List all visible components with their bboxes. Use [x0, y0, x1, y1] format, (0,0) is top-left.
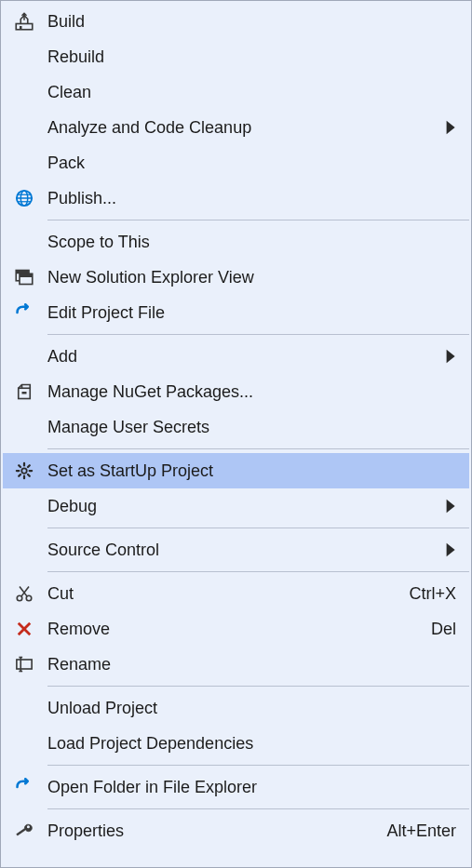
- rename-icon: [7, 655, 42, 674]
- context-menu: BuildRebuildCleanAnalyze and Code Cleanu…: [0, 0, 472, 868]
- menu-item-label: Edit Project File: [42, 303, 460, 323]
- menu-item-debug[interactable]: Debug: [3, 488, 469, 524]
- menu-item-remove[interactable]: RemoveDel: [3, 611, 469, 647]
- menu-item-shortcut: Del: [431, 620, 460, 639]
- menu-item-source-control[interactable]: Source Control: [3, 532, 469, 568]
- chevron-right-icon: [443, 118, 460, 137]
- menu-item-scope-to-this[interactable]: Scope to This: [3, 224, 469, 260]
- menu-separator: [47, 527, 469, 528]
- chevron-right-icon: [443, 347, 460, 366]
- menu-item-label: Remove: [42, 620, 431, 639]
- wrench-icon: [7, 821, 42, 840]
- menu-item-rebuild[interactable]: Rebuild: [3, 39, 469, 74]
- menu-item-label: New Solution Explorer View: [42, 268, 460, 287]
- menu-separator: [47, 686, 469, 687]
- build-icon: [7, 12, 42, 31]
- chevron-right-icon: [443, 541, 460, 559]
- menu-separator: [47, 220, 469, 220]
- menu-item-rename[interactable]: Rename: [3, 647, 469, 682]
- menu-item-open-folder-in-file-explorer[interactable]: Open Folder in File Explorer: [3, 769, 469, 805]
- menu-item-label: Set as StartUp Project: [42, 461, 460, 481]
- menu-item-label: Debug: [42, 497, 443, 516]
- menu-item-manage-user-secrets[interactable]: Manage User Secrets: [3, 409, 469, 445]
- menu-item-label: Rebuild: [42, 47, 460, 67]
- chevron-right-icon: [443, 497, 460, 515]
- menu-item-label: Unload Project: [42, 699, 460, 718]
- menu-item-label: Build: [42, 12, 460, 32]
- menu-item-label: Manage User Secrets: [42, 418, 460, 437]
- menu-item-label: Add: [42, 347, 443, 367]
- menu-separator: [47, 334, 469, 335]
- menu-item-label: Open Folder in File Explorer: [42, 778, 460, 797]
- svg-rect-20: [17, 660, 32, 669]
- svg-rect-0: [16, 24, 33, 30]
- menu-item-label: Analyze and Code Cleanup: [42, 118, 443, 138]
- edit-arrow-icon: [7, 303, 42, 322]
- menu-item-load-project-dependencies[interactable]: Load Project Dependencies: [3, 726, 469, 761]
- menu-item-clean[interactable]: Clean: [3, 74, 469, 110]
- menu-item-shortcut: Alt+Enter: [386, 821, 460, 841]
- menu-item-label: Rename: [42, 655, 460, 674]
- menu-item-label: Manage NuGet Packages...: [42, 382, 460, 402]
- remove-icon: [7, 620, 42, 638]
- menu-item-shortcut: Ctrl+X: [409, 584, 460, 604]
- svg-point-13: [21, 468, 27, 474]
- svg-rect-12: [22, 392, 27, 394]
- menu-separator: [47, 571, 469, 572]
- menu-separator: [47, 808, 469, 809]
- menu-separator: [47, 765, 469, 766]
- new-view-icon: [7, 268, 42, 287]
- menu-item-label: Load Project Dependencies: [42, 734, 460, 754]
- menu-separator: [47, 448, 469, 449]
- menu-item-label: Clean: [42, 83, 460, 102]
- menu-item-pack[interactable]: Pack: [3, 145, 469, 180]
- menu-item-build[interactable]: Build: [3, 4, 469, 39]
- menu-item-label: Pack: [42, 154, 460, 173]
- menu-item-manage-nuget-packages[interactable]: Manage NuGet Packages...: [3, 374, 469, 409]
- svg-rect-1: [20, 26, 22, 30]
- menu-item-label: Scope to This: [42, 233, 460, 252]
- svg-point-24: [27, 825, 30, 828]
- menu-item-label: Cut: [42, 584, 409, 604]
- menu-item-analyze-and-code-cleanup[interactable]: Analyze and Code Cleanup: [3, 110, 469, 145]
- cut-icon: [7, 584, 42, 603]
- menu-item-unload-project[interactable]: Unload Project: [3, 690, 469, 726]
- publish-icon: [7, 189, 42, 207]
- menu-item-publish[interactable]: Publish...: [3, 180, 469, 216]
- menu-item-new-solution-explorer-view[interactable]: New Solution Explorer View: [3, 260, 469, 295]
- menu-item-add[interactable]: Add: [3, 339, 469, 374]
- nuget-icon: [7, 382, 42, 401]
- menu-item-label: Publish...: [42, 189, 460, 208]
- open-arrow-icon: [7, 778, 42, 796]
- gear-icon: [7, 461, 42, 480]
- svg-rect-10: [20, 274, 33, 277]
- menu-item-properties[interactable]: PropertiesAlt+Enter: [3, 813, 469, 848]
- menu-item-label: Properties: [42, 821, 386, 841]
- menu-item-cut[interactable]: CutCtrl+X: [3, 576, 469, 611]
- menu-item-set-as-startup-project[interactable]: Set as StartUp Project: [3, 453, 469, 488]
- menu-item-label: Source Control: [42, 541, 443, 560]
- menu-item-edit-project-file[interactable]: Edit Project File: [3, 295, 469, 330]
